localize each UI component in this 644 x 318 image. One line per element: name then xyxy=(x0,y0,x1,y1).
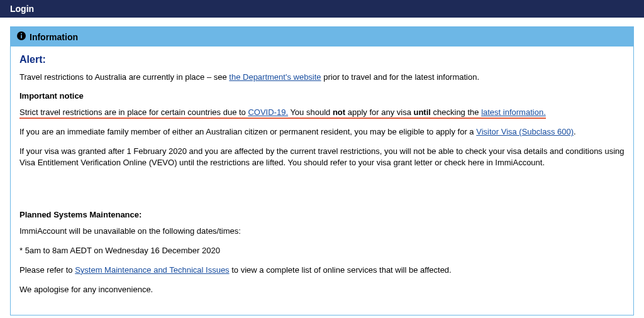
text-fragment: If you are an immediate family member of… xyxy=(19,127,476,136)
content: Information Alert: Travel restrictions t… xyxy=(0,18,644,318)
highlighted-line: Strict travel restrictions are in place … xyxy=(19,107,546,119)
family-member-p: If you are an immediate family member of… xyxy=(19,126,625,138)
page: Login Information Alert: Travel restrict… xyxy=(0,0,644,318)
strict-restrictions-p: Strict travel restrictions are in place … xyxy=(19,107,625,119)
alert-heading: Alert: xyxy=(19,54,625,65)
information-panel: Information Alert: Travel restrictions t… xyxy=(10,26,634,315)
information-title: Information xyxy=(30,32,78,42)
maintenance-heading: Planned Systems Maintenance: xyxy=(19,210,625,219)
text-fragment: You should xyxy=(288,107,333,117)
system-maintenance-link[interactable]: System Maintenance and Technical Issues xyxy=(75,265,229,275)
information-header: Information xyxy=(11,27,633,47)
text-bold: not xyxy=(333,107,345,117)
text-fragment: . xyxy=(574,127,576,136)
text-fragment: Please refer to xyxy=(19,265,75,275)
text-bold: until xyxy=(413,107,430,117)
important-notice-heading: Important notice xyxy=(19,91,625,101)
maintenance-intro-p: ImmiAccount will be unavailable on the f… xyxy=(19,226,625,238)
latest-information-link[interactable]: latest information. xyxy=(481,107,546,117)
covid-link[interactable]: COVID-19. xyxy=(248,107,288,117)
travel-restrictions-p: Travel restrictions to Australia are cur… xyxy=(19,72,625,84)
text-fragment: Travel restrictions to Australia are cur… xyxy=(19,72,229,82)
text-fragment: apply for any visa xyxy=(345,107,413,117)
info-icon xyxy=(17,31,26,42)
svg-point-2 xyxy=(21,33,22,34)
page-title: Login xyxy=(10,4,34,14)
information-body: Alert: Travel restrictions to Australia … xyxy=(11,47,633,315)
text-fragment: checking the xyxy=(431,107,481,117)
maintenance-refer-p: Please refer to System Maintenance and T… xyxy=(19,265,625,277)
text-fragment: Strict travel restrictions are in place … xyxy=(19,107,248,117)
visa-granted-p: If your visa was granted after 1 Februar… xyxy=(19,146,625,170)
text-fragment: prior to travel and for the latest infor… xyxy=(321,72,479,82)
visitor-visa-link[interactable]: Visitor Visa (Subclass 600) xyxy=(476,127,574,136)
maintenance-schedule-p: * 5am to 8am AEDT on Wednesday 16 Decemb… xyxy=(19,245,625,257)
department-website-link[interactable]: the Department's website xyxy=(229,72,321,82)
header-bar: Login xyxy=(0,0,644,18)
apology-p: We apologise for any inconvenience. xyxy=(19,284,625,296)
svg-rect-1 xyxy=(21,35,22,38)
text-fragment: to view a complete list of online servic… xyxy=(230,265,452,275)
